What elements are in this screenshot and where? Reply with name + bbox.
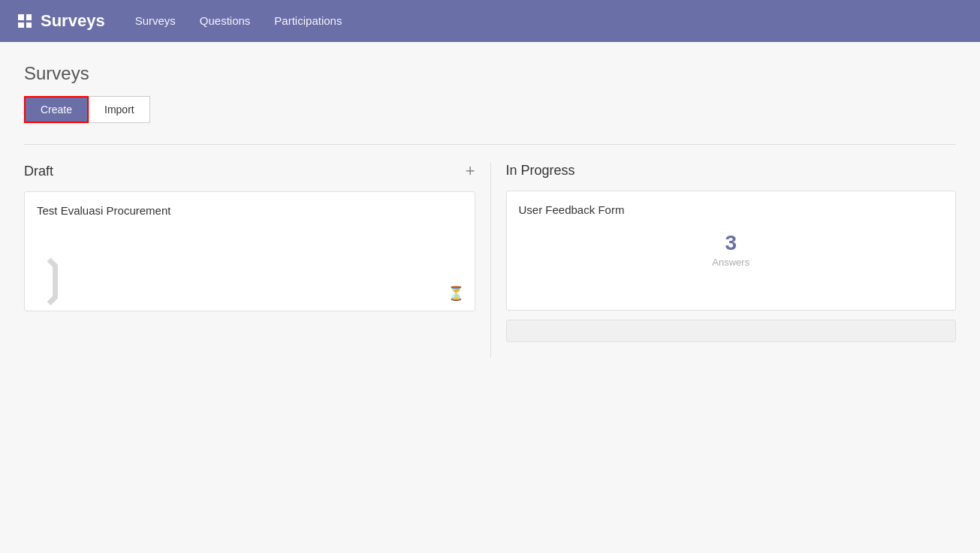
page-content: Surveys Create Import Draft + Test Evalu… (0, 42, 980, 378)
nav-item-questions[interactable]: Questions (200, 14, 251, 28)
nav-link-participations[interactable]: Participations (274, 14, 342, 27)
column-draft-header: Draft + (24, 163, 475, 179)
survey-card-in-progress-1[interactable]: User Feedback Form 3 Answers (506, 191, 957, 311)
nav-item-surveys[interactable]: Surveys (135, 14, 176, 28)
app-title: Surveys (41, 11, 105, 31)
app-brand[interactable]: Surveys (18, 11, 105, 31)
column-draft-title: Draft (24, 164, 53, 179)
create-button[interactable]: Create (24, 96, 89, 123)
column-in-progress-title: In Progress (506, 163, 575, 179)
answers-label: Answers (519, 257, 944, 268)
survey-card-draft-1[interactable]: Test Evaluasi Procurement ❳ ⏳ (24, 191, 475, 311)
navbar: Surveys Surveys Questions Participations (0, 0, 980, 42)
column-in-progress-header: In Progress (506, 163, 957, 179)
survey-card-partial[interactable] (506, 320, 957, 342)
nav-menu: Surveys Questions Participations (135, 14, 342, 28)
column-draft: Draft + Test Evaluasi Procurement ❳ ⏳ (24, 163, 490, 357)
app-grid-icon (18, 14, 32, 28)
card-title-draft-1: Test Evaluasi Procurement (37, 204, 463, 217)
nav-link-surveys[interactable]: Surveys (135, 14, 176, 27)
nav-item-participations[interactable]: Participations (274, 14, 342, 28)
nav-link-questions[interactable]: Questions (200, 14, 251, 27)
clock-icon: ⏳ (448, 285, 464, 302)
kanban-board: Draft + Test Evaluasi Procurement ❳ ⏳ In… (24, 144, 956, 357)
card-title-in-progress-1: User Feedback Form (519, 203, 944, 216)
answers-count: 3 (519, 231, 944, 255)
toolbar: Create Import (24, 96, 956, 123)
card-answers: 3 Answers (519, 231, 944, 268)
page-title: Surveys (24, 63, 956, 84)
trophy-icon: ❳ (34, 257, 71, 302)
column-in-progress: In Progress User Feedback Form 3 Answers (490, 163, 957, 357)
column-draft-add-button[interactable]: + (466, 163, 475, 179)
import-button[interactable]: Import (89, 96, 150, 123)
